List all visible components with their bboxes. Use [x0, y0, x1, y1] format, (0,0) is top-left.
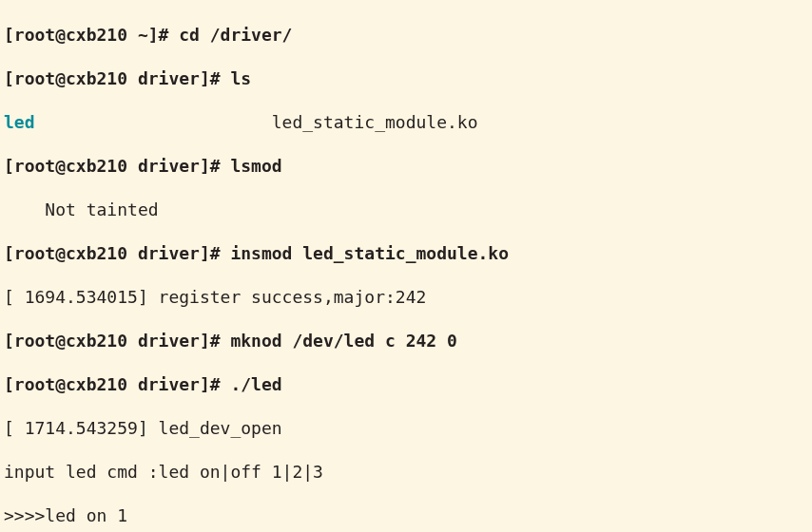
shell-command: ls	[221, 68, 252, 88]
terminal-output[interactable]: [root@cxb210 ~]# cd /driver/ [root@cxb21…	[0, 0, 812, 532]
output-line: Not tainted	[4, 199, 808, 220]
shell-prompt: [root@cxb210 driver]#	[4, 68, 221, 88]
terminal-line: [root@cxb210 driver]# lsmod	[4, 155, 808, 177]
ls-output-line: led led_static_module.ko	[4, 111, 808, 133]
shell-command: mknod /dev/led c 242 0	[221, 331, 457, 351]
shell-prompt: [root@cxb210 driver]#	[4, 331, 221, 351]
terminal-line: [root@cxb210 driver]# insmod led_static_…	[4, 242, 808, 264]
shell-command: ./led	[221, 374, 282, 394]
shell-prompt: [root@cxb210 driver]#	[4, 156, 221, 176]
kernel-log-line: [ 1694.534015] register success,major:24…	[4, 286, 808, 308]
terminal-line: [root@cxb210 driver]# mknod /dev/led c 2…	[4, 330, 808, 352]
directory-entry: led	[4, 112, 35, 132]
shell-prompt: [root@cxb210 driver]#	[4, 374, 221, 394]
shell-prompt: [root@cxb210 ~]#	[4, 25, 168, 45]
terminal-line: [root@cxb210 ~]# cd /driver/	[4, 24, 808, 46]
terminal-line: [root@cxb210 driver]# ./led	[4, 373, 808, 395]
output-line: input led cmd :led on|off 1|2|3	[4, 461, 808, 483]
shell-command: insmod led_static_module.ko	[221, 243, 509, 263]
terminal-line: [root@cxb210 driver]# ls	[4, 67, 808, 89]
file-entry: led_static_module.ko	[272, 112, 478, 132]
shell-prompt: [root@cxb210 driver]#	[4, 243, 221, 263]
kernel-log-line: [ 1714.543259] led_dev_open	[4, 417, 808, 439]
input-line: >>>>led on 1	[4, 504, 808, 526]
shell-command: cd /driver/	[168, 25, 292, 45]
shell-command: lsmod	[221, 156, 282, 176]
spacing	[35, 112, 272, 132]
